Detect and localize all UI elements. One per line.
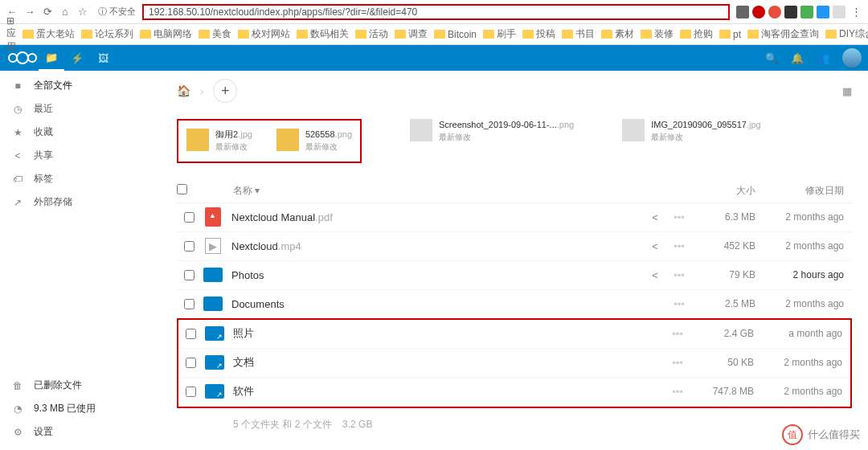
bookmark-item[interactable]: 抢购 bbox=[680, 27, 713, 41]
bookmark-item[interactable]: 论坛系列 bbox=[81, 27, 133, 41]
home-button[interactable]: ⌂ bbox=[58, 5, 72, 19]
user-avatar[interactable] bbox=[842, 48, 862, 68]
row-checkbox[interactable] bbox=[184, 299, 194, 309]
more-icon[interactable]: ••• bbox=[667, 298, 691, 310]
column-date[interactable]: 修改日期 bbox=[755, 184, 852, 198]
file-row[interactable]: 文档•••50 KB2 months ago bbox=[178, 349, 850, 378]
bookmark-item[interactable]: DIY综合讨论_太平... bbox=[825, 27, 868, 41]
bookmark-item[interactable]: 校对网站 bbox=[238, 27, 290, 41]
bookmark-item[interactable]: 数码相关 bbox=[297, 27, 349, 41]
notifications-icon[interactable]: 🔔 bbox=[784, 45, 810, 71]
share-icon[interactable]: < bbox=[643, 240, 667, 252]
sidebar-footer-item[interactable]: 🗑已删除文件 bbox=[0, 374, 161, 397]
file-row[interactable]: 照片•••2.4 GBa month ago bbox=[178, 320, 850, 349]
contacts-icon[interactable]: 👥 bbox=[810, 45, 836, 71]
more-icon[interactable]: ••• bbox=[667, 211, 691, 223]
more-icon[interactable]: ••• bbox=[665, 357, 690, 369]
file-row[interactable]: ▶Nextcloud.mp4<•••452 KB2 months ago bbox=[177, 232, 852, 261]
column-name[interactable]: 名称 ▾ bbox=[201, 184, 643, 198]
sidebar-item[interactable]: ★收藏 bbox=[0, 121, 161, 144]
file-icon bbox=[203, 380, 227, 403]
apps-icon[interactable]: ⊞ 应用 bbox=[6, 15, 16, 54]
sidebar-item[interactable]: <共享 bbox=[0, 144, 161, 167]
watermark: 值什么值得买 bbox=[782, 424, 860, 445]
sidebar-item[interactable]: 🏷标签 bbox=[0, 167, 161, 190]
file-icon bbox=[203, 351, 227, 374]
bookmark-item[interactable]: 淘客佣金查询 bbox=[747, 27, 819, 41]
bookmark-item[interactable]: 素材 bbox=[601, 27, 634, 41]
select-all-checkbox[interactable] bbox=[177, 184, 187, 194]
extension-icons: ⋮ bbox=[736, 5, 863, 19]
bookmark-item[interactable]: 美食 bbox=[199, 27, 231, 41]
row-checkbox[interactable] bbox=[184, 212, 194, 223]
row-checkbox[interactable] bbox=[186, 329, 196, 339]
file-row[interactable]: Documents•••2.5 MB2 months ago bbox=[177, 290, 852, 319]
share-icon[interactable]: < bbox=[643, 211, 667, 223]
bookmark-item[interactable]: 调查 bbox=[395, 27, 428, 41]
file-icon bbox=[203, 322, 227, 345]
row-checkbox[interactable] bbox=[186, 387, 196, 397]
svg-point-2 bbox=[28, 54, 36, 62]
activity-app-icon[interactable]: ⚡ bbox=[64, 45, 90, 71]
gallery-app-icon[interactable]: 🖼 bbox=[90, 45, 116, 71]
security-indicator: ⓘ 不安全 bbox=[98, 6, 136, 18]
recent-file[interactable]: 526558.png最新修改 bbox=[276, 129, 352, 153]
search-icon[interactable]: 🔍 bbox=[759, 45, 784, 71]
summary: 5 个文件夹 和 2 个文件 3.2 GB bbox=[177, 408, 852, 441]
more-icon[interactable]: ••• bbox=[665, 328, 690, 340]
sidebar-footer-item[interactable]: ◔9.3 MB 已使用 bbox=[0, 397, 161, 420]
file-icon: ▶ bbox=[201, 235, 225, 257]
column-size[interactable]: 大小 bbox=[691, 184, 755, 198]
star-button[interactable]: ☆ bbox=[76, 5, 90, 19]
add-button[interactable]: + bbox=[213, 79, 237, 103]
sidebar-item[interactable]: ↗外部存储 bbox=[0, 190, 161, 214]
row-checkbox[interactable] bbox=[186, 358, 196, 368]
grid-toggle-icon[interactable]: ▦ bbox=[842, 85, 852, 97]
recent-file[interactable]: 御用2.jpg最新修改 bbox=[186, 129, 252, 153]
sidebar-footer-item[interactable]: ⚙设置 bbox=[0, 420, 161, 444]
files-app-icon[interactable]: 📁 bbox=[39, 45, 64, 71]
more-icon[interactable]: ••• bbox=[665, 386, 690, 398]
more-icon[interactable]: ••• bbox=[667, 240, 691, 252]
recent-file[interactable]: Screenshot_2019-09-06-11-....png最新修改 bbox=[410, 119, 574, 163]
nextcloud-logo[interactable] bbox=[6, 50, 39, 66]
svg-point-1 bbox=[17, 52, 28, 63]
sidebar-item[interactable]: ■全部文件 bbox=[0, 74, 161, 97]
bookmark-item[interactable]: 活动 bbox=[355, 27, 388, 41]
share-icon[interactable]: < bbox=[643, 269, 667, 281]
file-icon bbox=[201, 264, 225, 286]
file-icon bbox=[201, 292, 225, 315]
row-checkbox[interactable] bbox=[184, 270, 194, 280]
forward-button[interactable]: → bbox=[23, 5, 37, 19]
breadcrumb-home-icon[interactable]: 🏠 bbox=[177, 84, 190, 97]
file-row[interactable]: 软件•••747.8 MB2 months ago bbox=[178, 378, 850, 407]
bookmark-item[interactable]: 装修 bbox=[641, 27, 674, 41]
bookmark-item[interactable]: 电脑网络 bbox=[140, 27, 192, 41]
file-row[interactable]: Photos<•••79 KB2 hours ago bbox=[177, 261, 852, 290]
recent-file[interactable]: IMG_20190906_095517.jpg最新修改 bbox=[622, 119, 760, 163]
file-row[interactable]: Nextcloud Manual.pdf<•••6.3 MB2 months a… bbox=[177, 203, 852, 232]
file-icon bbox=[201, 206, 225, 228]
svg-point-0 bbox=[9, 54, 17, 62]
bookmark-item[interactable]: 蛋大老站 bbox=[23, 27, 75, 41]
reload-button[interactable]: ⟳ bbox=[40, 5, 55, 19]
url-bar[interactable]: 192.168.50.10/nextcloud/index.php/apps/f… bbox=[142, 4, 730, 20]
bookmark-item[interactable]: pt bbox=[719, 29, 741, 40]
bookmark-item[interactable]: 刷手 bbox=[483, 27, 516, 41]
bookmark-item[interactable]: 书目 bbox=[562, 27, 595, 41]
more-icon[interactable]: ••• bbox=[667, 269, 691, 281]
row-checkbox[interactable] bbox=[184, 241, 194, 252]
sidebar-item[interactable]: ◷最近 bbox=[0, 97, 161, 121]
bookmark-item[interactable]: Bitcoin bbox=[434, 29, 477, 40]
bookmark-item[interactable]: 投稿 bbox=[522, 27, 555, 41]
